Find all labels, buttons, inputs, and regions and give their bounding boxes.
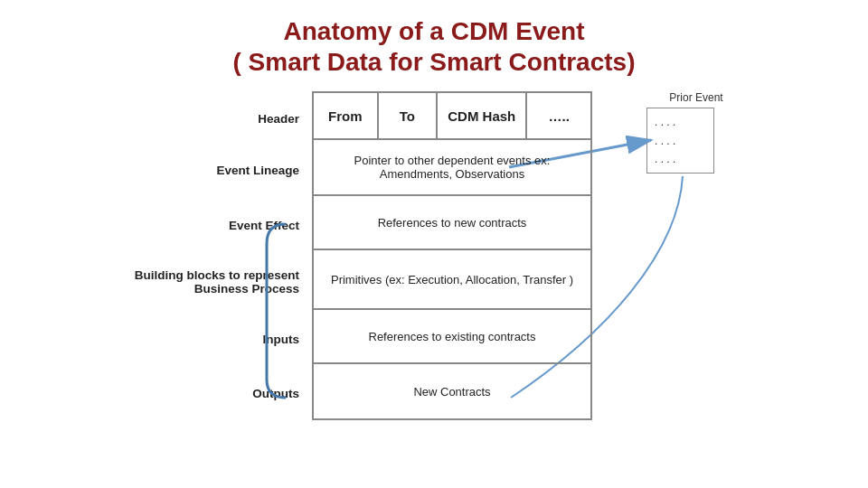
building-content: Primitives (ex: Execution, Allocation, T… <box>314 266 590 294</box>
lineage-row: Pointer to other dependent events ex: Am… <box>314 140 590 196</box>
col-cdm-hash: CDM Hash <box>438 93 527 138</box>
building-row: Primitives (ex: Execution, Allocation, T… <box>314 250 590 310</box>
page-title: Anatomy of a CDM Event ( Smart Data for … <box>0 16 868 77</box>
col-dots: ….. <box>527 93 590 138</box>
prior-event-label: Prior Event <box>646 91 746 104</box>
title-line1: Anatomy of a CDM Event <box>284 17 585 45</box>
prior-event-box: . . . . . . . . . . . . <box>646 108 714 174</box>
labels-column: Header Event Lineage Event Effect Buildi… <box>122 91 312 420</box>
title-area: Anatomy of a CDM Event ( Smart Data for … <box>0 0 868 77</box>
title-line2: ( Smart Data for Smart Contracts) <box>233 48 636 76</box>
inputs-row: References to existing contracts <box>314 310 590 364</box>
main-table: From To CDM Hash ….. Pointer to other de… <box>312 91 592 420</box>
effect-content: References to new contracts <box>314 209 590 237</box>
prior-dots-1: . . . . <box>655 113 706 131</box>
header-row: From To CDM Hash ….. <box>314 93 590 140</box>
label-header: Header <box>122 95 312 142</box>
lineage-content: Pointer to other dependent events ex: Am… <box>314 146 590 188</box>
prior-dots-2: . . . . <box>655 132 706 150</box>
outputs-content: New Contracts <box>314 378 590 406</box>
label-inputs: Inputs <box>122 312 312 366</box>
prior-dots-3: . . . . <box>655 150 706 168</box>
prior-event-section: Prior Event . . . . . . . . . . . . <box>646 91 746 174</box>
col-to: To <box>379 93 439 138</box>
label-event-effect: Event Effect <box>122 198 312 252</box>
effect-row: References to new contracts <box>314 196 590 250</box>
label-event-lineage: Event Lineage <box>122 142 312 198</box>
label-outputs: Outputs <box>122 366 312 420</box>
outputs-row: New Contracts <box>314 364 590 418</box>
page: Anatomy of a CDM Event ( Smart Data for … <box>0 0 868 488</box>
label-building-blocks: Building blocks to represent Business Pr… <box>122 252 312 312</box>
col-from: From <box>314 93 379 138</box>
inputs-content: References to existing contracts <box>314 323 590 351</box>
